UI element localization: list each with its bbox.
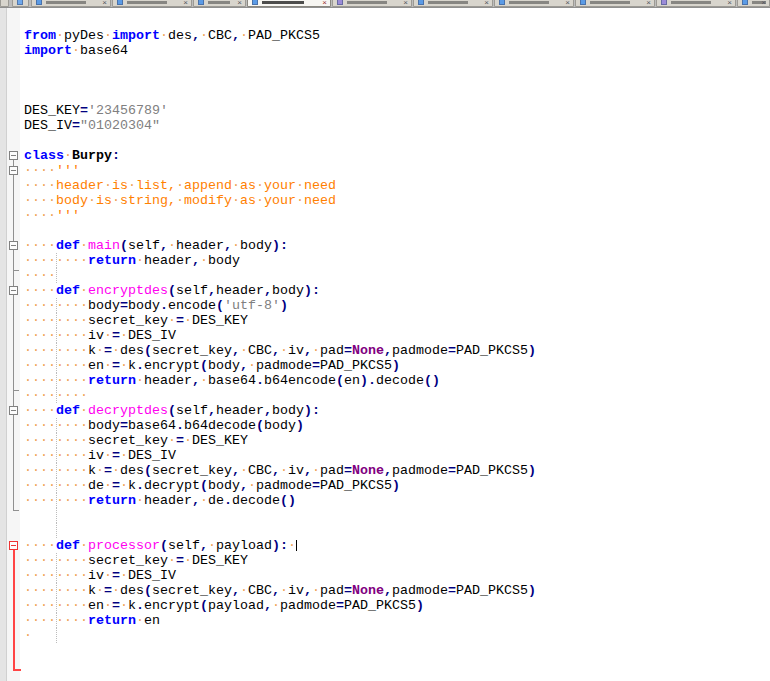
code-line[interactable]: ········en·=·k.encrypt(payload,·padmode=… [24,598,424,613]
code-line[interactable]: ····def·processor(self,·payload):· [24,538,296,553]
fold-toggle-icon[interactable] [9,541,18,550]
code-line[interactable]: ····def·decryptdes(self,header,body): [24,403,320,418]
whitespace-dots: · [120,328,128,343]
code-line[interactable]: ····body·is·string,·modify·as·your·need [24,193,336,208]
whitespace-dots: ···· [24,538,56,553]
close-icon[interactable]: × [237,0,242,6]
code-segment: ········k· [24,583,104,598]
code-line[interactable]: ········secret_key·=·DES_KEY [24,553,248,568]
code-line[interactable]: ········secret_key·=·DES_KEY [24,313,248,328]
code-segment: , [192,373,200,388]
code-segment: = [448,583,456,598]
whitespace-dots: · [176,178,184,193]
code-segment: , [240,358,248,373]
code-segment: decode [232,493,280,508]
tab[interactable] [0,0,9,7]
close-icon[interactable]: × [183,0,188,6]
code-line[interactable]: class·Burpy: [24,148,120,163]
code-line[interactable]: ········return·header,·body [24,253,240,268]
tab-label [127,1,167,4]
code-line[interactable]: import·base64 [24,43,128,58]
whitespace-dots: ···· [24,268,56,283]
whitespace-dots: ···· [24,178,56,193]
code-line[interactable]: ········iv·=·DES_IV [24,568,176,583]
code-line[interactable]: ········ [24,388,88,403]
code-segment: ( [144,343,152,358]
code-line[interactable]: ········de·=·k.decrypt(body,·padmode=PAD… [24,478,400,493]
code-line[interactable]: ········k·=·des(secret_key,·CBC,·iv,·pad… [24,463,536,478]
code-segment: return [88,373,136,388]
whitespace-dots: · [104,358,112,373]
code-line[interactable]: ····''' [24,208,80,223]
code-segment: = [112,328,120,343]
code-line[interactable]: ········k·=·des(secret_key,·CBC,·iv,·pad… [24,343,536,358]
tab[interactable]: × [112,0,192,7]
file-icon [117,0,123,5]
code-line[interactable]: ········return·en [24,613,160,628]
close-icon[interactable]: × [322,0,327,6]
whitespace-dots: · [168,238,176,253]
code-segment: , [232,28,240,43]
tab[interactable]: × [494,0,574,7]
code-segment: return [88,613,136,628]
code-segment: ········ [24,493,88,508]
code-line[interactable]: ········body=base64.b64decode(body) [24,418,304,433]
code-segment: , [272,583,280,598]
code-line[interactable]: DES_KEY='23456789' [24,103,168,118]
code-line[interactable]: from·pyDes·import·des,·CBC,·PAD_PKCS5 [24,28,320,43]
code-segment: = [448,463,456,478]
close-icon[interactable]: × [646,0,651,6]
code-segment: ·base64 [72,43,128,58]
close-icon[interactable]: × [565,0,570,6]
tab[interactable]: × [413,0,493,7]
code-segment: , [232,463,240,478]
code-line[interactable]: ········iv·=·DES_IV [24,328,176,343]
tab[interactable]: × [31,0,111,7]
code-line[interactable]: ········secret_key·=·DES_KEY [24,433,248,448]
tab[interactable]: × [575,0,655,7]
close-icon[interactable]: × [761,0,766,6]
tab[interactable]: × [656,0,736,7]
code-line[interactable]: ········return·header,·base64.b64encode(… [24,373,440,388]
code-segment: ·CBC [200,28,232,43]
code-line[interactable]: ····header·is·list,·append·as·your·need [24,178,336,193]
close-icon[interactable]: × [403,0,408,6]
file-icon [580,0,586,5]
close-icon[interactable]: × [102,0,107,6]
code-segment: ·des [112,463,144,478]
close-icon[interactable]: × [727,0,732,6]
fold-toggle-icon[interactable] [9,286,18,295]
tab[interactable] [12,0,29,7]
tab[interactable]: × [332,0,412,7]
code-line[interactable]: ····''' [24,163,80,178]
code-line[interactable]: ········k·=·des(secret_key,·CBC,·iv,·pad… [24,583,536,598]
code-line[interactable]: DES_IV="01020304" [24,118,160,133]
code-segment: DES_IV [24,118,72,133]
fold-toggle-icon[interactable] [9,241,18,250]
tab[interactable]: × [193,0,246,7]
tab-bar[interactable]: ×××××××××× [0,0,770,8]
tab[interactable]: × [737,0,770,7]
code-line[interactable]: ········en·=·k.encrypt(body,·padmode=PAD… [24,358,400,373]
tab-active[interactable]: × [247,0,331,7]
code-segment: () [280,493,296,508]
bookmark-margin[interactable] [0,8,7,681]
code-line[interactable]: ········return·header,·de.decode() [24,493,296,508]
whitespace-dots: ···· [24,163,56,178]
code-segment: ········body [24,418,120,433]
whitespace-dots: ········ [24,433,88,448]
code-segment: header [216,283,264,298]
code-line[interactable]: ····def·main(self,·header,·body): [24,238,288,253]
code-line[interactable]: · [24,628,32,643]
fold-toggle-icon[interactable] [9,406,18,415]
whitespace-dots: · [256,193,264,208]
code-line[interactable]: ········body=body.encode('utf-8') [24,298,288,313]
code-line[interactable]: ····def·encryptdes(self,header,body): [24,283,320,298]
code-line[interactable]: ···· [24,268,56,283]
code-line[interactable]: ········iv·=·DES_IV [24,448,176,463]
fold-toggle-icon[interactable] [9,166,18,175]
close-icon[interactable]: × [484,0,489,6]
tab-label [509,1,549,4]
indent-guide [56,523,57,538]
fold-toggle-icon[interactable] [9,151,18,160]
